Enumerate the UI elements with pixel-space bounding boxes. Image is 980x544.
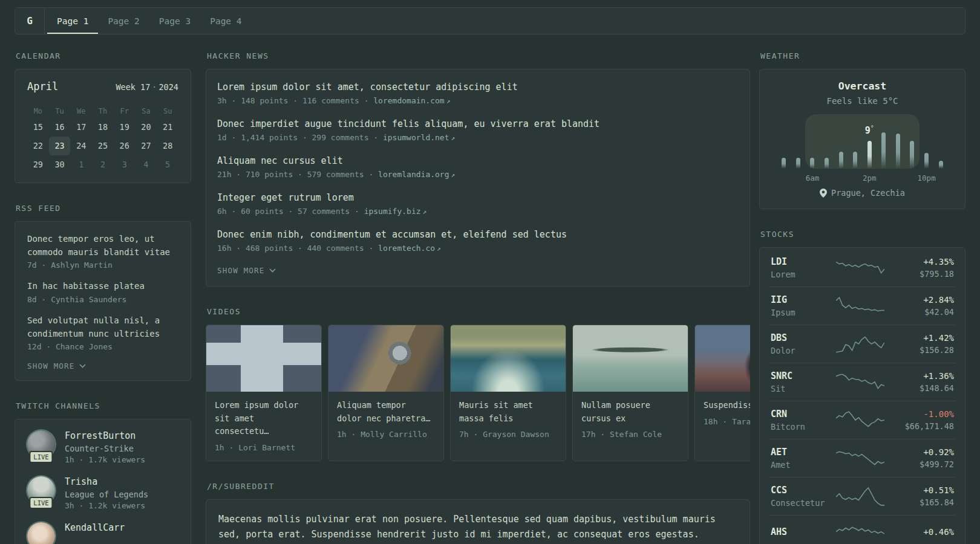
calendar-card: April Week 17·2024 MoTuWeThFrSaSu 151617…: [15, 69, 191, 183]
weather-location[interactable]: Prague, Czechia: [831, 188, 905, 198]
video-thumbnail[interactable]: [206, 325, 321, 392]
calendar-day[interactable]: 21: [157, 118, 178, 137]
stock-row[interactable]: DBSDolor +1.42%$156.28: [769, 325, 955, 363]
rss-show-more-button[interactable]: SHOW MORE: [27, 361, 178, 371]
twitch-channel-name[interactable]: Trisha: [65, 476, 148, 487]
left-column: CALENDAR April Week 17·2024 MoTuWeThFrSa…: [15, 51, 191, 544]
weather-location-row: Prague, Czechia: [771, 188, 954, 198]
hn-item-title[interactable]: Lorem ipsum dolor sit amet, consectetur …: [217, 82, 739, 92]
video-thumbnail[interactable]: [695, 325, 750, 392]
rss-item-title[interactable]: Donec tempor eros leo, ut commodo mauris…: [27, 233, 178, 259]
stock-row[interactable]: CRNBitcorn -1.00%$66,171.48: [769, 401, 955, 439]
calendar-dow-row: MoTuWeThFrSaSu: [27, 105, 178, 118]
video-title[interactable]: Aliquam tempor dolor nec pharetra…: [337, 399, 435, 425]
calendar-day[interactable]: 18: [92, 118, 114, 137]
video-card[interactable]: Mauris sit amet massa felis 7h · Grayson…: [450, 325, 566, 461]
calendar-day[interactable]: 2: [92, 155, 114, 174]
hn-item-meta: 1d · 1,414 points · 299 comments · ipsum…: [217, 133, 739, 142]
calendar-day[interactable]: 25: [92, 137, 114, 155]
calendar-day[interactable]: 3: [114, 155, 136, 174]
stock-name: Bitcorn: [771, 422, 829, 432]
calendar-day[interactable]: 20: [136, 118, 157, 137]
hn-item-domain[interactable]: loremlandia.org: [378, 170, 449, 179]
calendar-day[interactable]: 15: [27, 118, 49, 137]
hn-item-domain[interactable]: ipsumify.biz: [364, 207, 421, 216]
calendar-day[interactable]: 26: [114, 137, 136, 155]
calendar-week-year: Week 17·2024: [116, 82, 178, 92]
stock-row[interactable]: CCSConsectetur +0.51%$165.84: [769, 478, 955, 516]
tab-page-4[interactable]: Page 4: [200, 8, 251, 34]
videos-row: Lorem ipsum dolor sit amet consectetu… 1…: [206, 325, 750, 461]
stock-price: $499.72: [891, 459, 954, 469]
hn-item-title[interactable]: Donec imperdiet augue tincidunt felis al…: [217, 118, 739, 129]
hn-show-more-button[interactable]: SHOW MORE: [217, 266, 739, 275]
stock-row[interactable]: IIGIpsum +2.84%$42.04: [769, 287, 955, 325]
tab-page-3[interactable]: Page 3: [149, 8, 200, 34]
calendar-day[interactable]: 29: [27, 155, 49, 174]
stock-row[interactable]: AHS +0.46%: [769, 516, 955, 544]
video-thumbnail[interactable]: [328, 325, 443, 392]
stock-change: +4.35%: [891, 257, 954, 267]
hn-item-title[interactable]: Aliquam nec cursus elit: [217, 155, 739, 166]
rss-item-title[interactable]: Sed volutpat nulla nisl, a condimentum n…: [27, 314, 178, 340]
hn-item-domain[interactable]: loremtech.co: [378, 244, 435, 253]
twitch-channel[interactable]: LIVE ForrestBurton Counter-Strike 1h · 1…: [27, 430, 178, 464]
stocks-card: LDILorem +4.35%$795.18 IIGIpsum +2.84%$4…: [759, 247, 965, 544]
stock-row[interactable]: LDILorem +4.35%$795.18: [769, 249, 955, 287]
stock-name: Amet: [771, 460, 829, 470]
video-card[interactable]: Nullam posuere cursus ex 17h · Stefan Co…: [572, 325, 688, 461]
video-thumbnail[interactable]: [573, 325, 688, 392]
calendar-day[interactable]: 5: [157, 155, 178, 174]
stock-sparkline: [836, 334, 884, 354]
weather-bar: [825, 158, 829, 169]
calendar-day[interactable]: 16: [49, 118, 71, 137]
calendar-day[interactable]: 4: [136, 155, 157, 174]
stock-row[interactable]: SNRCSit +1.36%$148.64: [769, 363, 955, 401]
calendar-day[interactable]: 17: [70, 118, 92, 137]
hn-item-title[interactable]: Integer eget rutrum lorem: [217, 192, 739, 203]
calendar-day[interactable]: 22: [27, 137, 49, 155]
twitch-avatar-wrap: LIVE: [27, 430, 55, 458]
video-thumbnail[interactable]: [451, 325, 566, 392]
app-logo[interactable]: G: [15, 8, 44, 34]
calendar-day[interactable]: 19: [114, 118, 136, 137]
videos-heading: VIDEOS: [207, 307, 750, 316]
calendar-dow-label: Sa: [136, 105, 157, 118]
rss-widget: RSS FEED Donec tempor eros leo, ut commo…: [15, 204, 191, 381]
video-title[interactable]: Mauris sit amet massa felis: [459, 399, 557, 425]
calendar-day[interactable]: 24: [70, 137, 92, 155]
twitch-channel-name[interactable]: KendallCarr: [65, 522, 125, 533]
calendar-day[interactable]: 27: [136, 137, 157, 155]
hn-item-domain[interactable]: loremdomain.com: [373, 96, 444, 105]
video-card[interactable]: Suspendisse diam 18h · Tara: [694, 325, 750, 461]
hn-item-domain[interactable]: ipsumworld.net: [383, 133, 449, 142]
weather-time-label: 2pm: [863, 173, 877, 183]
hn-item: Donec imperdiet augue tincidunt felis al…: [217, 118, 739, 142]
stock-row[interactable]: AETAmet +0.92%$499.72: [769, 439, 955, 478]
hn-item-title[interactable]: Donec enim nibh, condimentum et accumsan…: [217, 229, 739, 240]
video-meta: 1h · Lori Barnett: [215, 443, 313, 452]
video-title[interactable]: Lorem ipsum dolor sit amet consectetu…: [215, 399, 313, 438]
subreddit-post-title[interactable]: Maecenas mollis pulvinar erat non posuer…: [218, 512, 737, 542]
calendar-dow-label: Th: [92, 105, 114, 118]
video-title[interactable]: Suspendisse diam: [704, 399, 750, 412]
twitch-channel-name[interactable]: ForrestBurton: [65, 430, 145, 441]
calendar-day[interactable]: 23: [49, 137, 71, 155]
tab-page-1[interactable]: Page 1: [47, 8, 98, 34]
calendar-day[interactable]: 1: [70, 155, 92, 174]
video-title[interactable]: Nullam posuere cursus ex: [581, 399, 679, 425]
twitch-channel[interactable]: KendallCarr: [27, 522, 178, 544]
stock-name: Dolor: [771, 346, 829, 355]
video-card[interactable]: Aliquam tempor dolor nec pharetra… 1h · …: [328, 325, 444, 461]
stock-sparkline: [836, 448, 884, 468]
subreddit-widget: /R/SUBREDDIT Maecenas mollis pulvinar er…: [206, 482, 750, 544]
calendar-day[interactable]: 28: [157, 137, 178, 155]
rss-item-title[interactable]: In hac habitasse platea: [27, 280, 178, 293]
tab-page-2[interactable]: Page 2: [98, 8, 149, 34]
hn-item-meta: 16h · 468 points · 440 comments · loremt…: [217, 244, 739, 253]
video-card[interactable]: Lorem ipsum dolor sit amet consectetu… 1…: [206, 325, 322, 461]
calendar-day[interactable]: 30: [49, 155, 71, 174]
twitch-channel[interactable]: LIVE Trisha League of Legends 3h · 1.2k …: [27, 476, 178, 510]
stock-symbol: CCS: [771, 485, 829, 496]
video-body: Lorem ipsum dolor sit amet consectetu… 1…: [206, 392, 321, 461]
